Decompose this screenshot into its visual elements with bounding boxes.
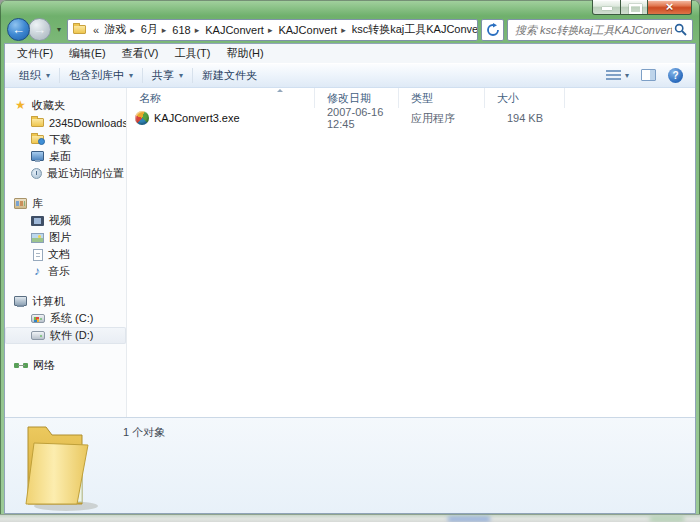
command-bar: 组织 包含到库中 共享 新建文件夹 xyxy=(5,63,695,88)
file-date: 2007-06-16 12:45 xyxy=(327,106,399,130)
sidebar-group-libraries[interactable]: 库 xyxy=(5,195,126,212)
column-header-size[interactable]: 大小 xyxy=(485,88,565,108)
column-header-type[interactable]: 类型 xyxy=(399,88,485,108)
breadcrumb-item[interactable]: KAJConvert xyxy=(277,24,350,36)
include-in-library-button[interactable]: 包含到库中 xyxy=(61,65,141,86)
chevron-down-icon xyxy=(46,71,50,80)
sidebar-item-pictures[interactable]: 图片 xyxy=(5,229,126,246)
column-header-name[interactable]: 名称 xyxy=(127,88,315,108)
toolbar-separator xyxy=(142,68,143,83)
sidebar-item-desktop[interactable]: 桌面 xyxy=(5,148,126,165)
close-button[interactable] xyxy=(648,0,692,15)
search-input[interactable] xyxy=(513,23,674,37)
file-date-cell: 2007-06-16 12:45 xyxy=(315,106,399,130)
refresh-icon xyxy=(486,23,500,37)
file-name: KAJConvert3.exe xyxy=(154,112,240,124)
maximize-button[interactable] xyxy=(621,0,648,15)
sidebar-item-videos[interactable]: 视频 xyxy=(5,212,126,229)
sidebar-item-recent-places[interactable]: 最近访问的位置 xyxy=(5,165,126,182)
organize-label: 组织 xyxy=(19,68,41,83)
change-view-button[interactable] xyxy=(606,70,629,80)
downloads-folder-icon xyxy=(31,135,44,144)
details-pane: 1 个对象 xyxy=(5,417,695,513)
document-icon xyxy=(33,249,43,261)
folder-icon xyxy=(31,118,44,127)
sidebar-item-2345downloads[interactable]: 2345Downloads xyxy=(5,114,126,131)
network-icon xyxy=(14,360,28,371)
breadcrumb-overflow[interactable]: « xyxy=(89,24,103,36)
refresh-button[interactable] xyxy=(481,19,504,41)
column-header-date-modified[interactable]: 修改日期 xyxy=(315,88,399,108)
minimize-button[interactable] xyxy=(592,0,621,15)
chevron-down-icon xyxy=(179,71,183,80)
breadcrumb-label: KAJConvert xyxy=(278,24,337,36)
application-icon xyxy=(135,111,149,125)
navigation-bar: « 游戏 6月 618 KAJConvert KAJConvert ksc转换k… xyxy=(7,17,693,42)
caption-buttons xyxy=(592,0,692,15)
forward-button[interactable] xyxy=(28,18,51,41)
client-area: 文件(F) 编辑(E) 查看(V) 工具(T) 帮助(H) 组织 包含到库中 共… xyxy=(4,43,696,514)
file-list: 名称 修改日期 类型 大小 KAJConvert3.exe xyxy=(127,88,695,417)
drive-icon xyxy=(31,331,45,340)
navigation-pane: 收藏夹 2345Downloads 下载 桌面 xyxy=(5,88,127,417)
sidebar-group-network[interactable]: 网络 xyxy=(5,357,126,374)
breadcrumb-label: ksc转换kaj工具KAJConvert3 xyxy=(352,22,478,37)
file-type-cell: 应用程序 xyxy=(399,111,485,126)
window-bottom-frame xyxy=(0,514,700,522)
sidebar-item-music[interactable]: 音乐 xyxy=(5,263,126,280)
menu-tools[interactable]: 工具(T) xyxy=(166,44,218,63)
menu-help[interactable]: 帮助(H) xyxy=(218,44,271,63)
new-folder-button[interactable]: 新建文件夹 xyxy=(194,65,265,86)
body-row: 收藏夹 2345Downloads 下载 桌面 xyxy=(5,88,695,417)
sidebar-group-label: 网络 xyxy=(33,358,55,373)
include-label: 包含到库中 xyxy=(69,68,124,83)
menu-file[interactable]: 文件(F) xyxy=(9,44,61,63)
column-label: 大小 xyxy=(497,91,519,106)
back-button[interactable] xyxy=(7,18,30,41)
title-bar[interactable] xyxy=(0,0,580,18)
breadcrumb-label: KAJConvert xyxy=(205,24,264,36)
toolbar-right-group xyxy=(606,68,689,83)
breadcrumb-item-current[interactable]: ksc转换kaj工具KAJConvert3 xyxy=(351,22,478,37)
sidebar-item-label: 最近访问的位置 xyxy=(47,166,124,181)
library-icon xyxy=(14,198,27,209)
file-name-cell: KAJConvert3.exe xyxy=(127,111,315,125)
sidebar-group-favorites[interactable]: 收藏夹 xyxy=(5,97,126,114)
breadcrumb-item[interactable]: 618 xyxy=(171,24,204,36)
breadcrumb-label: 6月 xyxy=(141,22,158,37)
sidebar-group-label: 收藏夹 xyxy=(32,98,65,113)
sidebar-item-drive-c[interactable]: 系统 (C:) xyxy=(5,310,126,327)
preview-pane-button[interactable] xyxy=(641,69,656,81)
sidebar-item-label: 视频 xyxy=(49,213,71,228)
folder-icon xyxy=(73,25,86,34)
system-drive-icon xyxy=(31,314,45,323)
sidebar-item-downloads[interactable]: 下载 xyxy=(5,131,126,148)
menu-edit[interactable]: 编辑(E) xyxy=(61,44,114,63)
sidebar-item-label: 软件 (D:) xyxy=(50,328,93,343)
address-bar[interactable]: « 游戏 6月 618 KAJConvert KAJConvert ksc转换k… xyxy=(67,19,478,41)
file-list-empty-area[interactable] xyxy=(127,128,695,417)
chevron-down-icon xyxy=(129,71,133,80)
share-button[interactable]: 共享 xyxy=(144,65,191,86)
desktop-icon xyxy=(31,151,44,162)
breadcrumb-item[interactable]: 6月 xyxy=(140,22,172,37)
breadcrumb-item[interactable]: 游戏 xyxy=(103,22,140,37)
sidebar-item-label: 2345Downloads xyxy=(49,117,127,129)
breadcrumb-label: 618 xyxy=(172,24,190,36)
menu-view[interactable]: 查看(V) xyxy=(114,44,167,63)
item-count-label: 1 个对象 xyxy=(123,425,165,440)
folder-large-icon xyxy=(14,418,110,513)
sidebar-group-computer[interactable]: 计算机 xyxy=(5,293,126,310)
file-type: 应用程序 xyxy=(411,111,455,126)
sidebar-item-label: 文档 xyxy=(48,247,70,262)
help-button[interactable] xyxy=(668,68,683,83)
organize-button[interactable]: 组织 xyxy=(11,65,58,86)
sidebar-item-drive-d[interactable]: 软件 (D:) xyxy=(5,327,126,344)
star-icon xyxy=(14,99,27,112)
file-row-kajconvert3[interactable]: KAJConvert3.exe 2007-06-16 12:45 应用程序 19… xyxy=(127,108,695,128)
history-dropdown-icon[interactable] xyxy=(54,25,64,34)
breadcrumb-item[interactable]: KAJConvert xyxy=(204,24,277,36)
file-size-cell: 194 KB xyxy=(485,112,565,124)
sidebar-item-documents[interactable]: 文档 xyxy=(5,246,126,263)
recent-places-icon xyxy=(31,168,42,179)
